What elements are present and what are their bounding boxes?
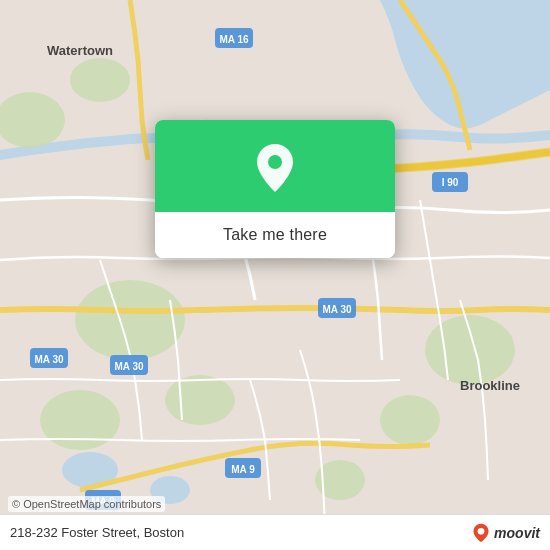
map-attribution: © OpenStreetMap contributors bbox=[8, 496, 165, 512]
moovit-logo: moovit bbox=[471, 523, 540, 543]
take-me-there-button[interactable]: Take me there bbox=[155, 212, 395, 258]
map-background: MA 16 I 90 MA 30 MA 30 MA 30 MA 9 MA 9 W… bbox=[0, 0, 550, 550]
map-container: MA 16 I 90 MA 30 MA 30 MA 30 MA 9 MA 9 W… bbox=[0, 0, 550, 550]
svg-text:MA 9: MA 9 bbox=[231, 464, 255, 475]
moovit-name: moovit bbox=[494, 525, 540, 541]
svg-point-3 bbox=[165, 375, 235, 425]
svg-point-8 bbox=[70, 58, 130, 102]
svg-text:MA 30: MA 30 bbox=[114, 361, 144, 372]
address-text: 218-232 Foster Street, Boston bbox=[10, 525, 184, 540]
svg-text:Watertown: Watertown bbox=[47, 43, 113, 58]
svg-point-1 bbox=[75, 280, 185, 360]
svg-point-28 bbox=[268, 155, 282, 169]
svg-point-5 bbox=[380, 395, 440, 445]
svg-text:MA 16: MA 16 bbox=[219, 34, 249, 45]
svg-text:Brookline: Brookline bbox=[460, 378, 520, 393]
footer-bar: 218-232 Foster Street, Boston moovit bbox=[0, 514, 550, 550]
popup-header bbox=[155, 120, 395, 212]
moovit-icon bbox=[471, 523, 491, 543]
svg-point-4 bbox=[425, 315, 515, 385]
svg-text:MA 30: MA 30 bbox=[34, 354, 64, 365]
svg-point-29 bbox=[478, 528, 485, 535]
svg-text:I 90: I 90 bbox=[442, 177, 459, 188]
svg-text:MA 30: MA 30 bbox=[322, 304, 352, 315]
popup-card: Take me there bbox=[155, 120, 395, 258]
svg-point-2 bbox=[40, 390, 120, 450]
location-icon bbox=[249, 142, 301, 194]
